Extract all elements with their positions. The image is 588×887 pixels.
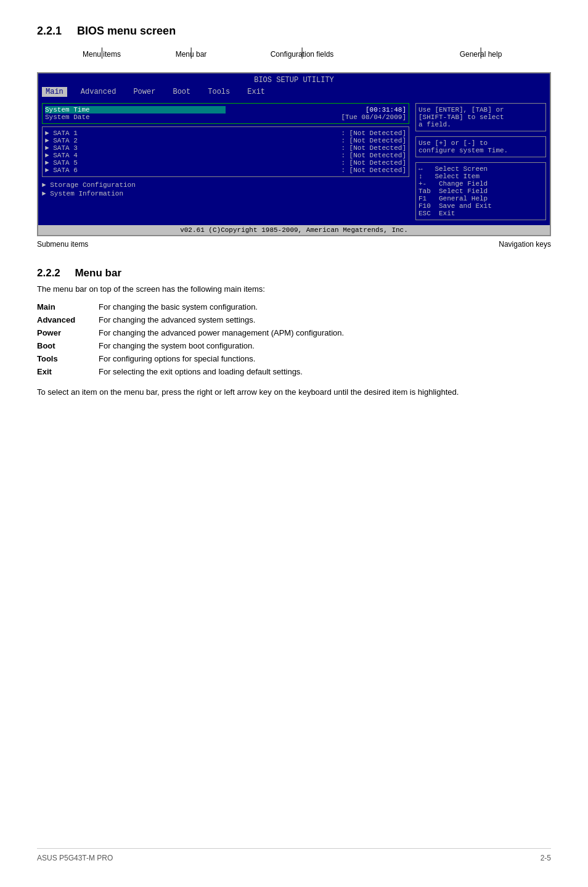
menu-row-main: Main For changing the basic system confi… [37, 302, 551, 311]
bottom-note: To select an item on the menu bar, press… [37, 386, 551, 398]
sata6-row: ► SATA 6: [Not Detected] [45, 167, 406, 174]
bios-nav-keys: ↔ Select Screen ↕ Select Item +- Change … [415, 162, 546, 220]
menu-val-power: For changing the advanced power manageme… [99, 328, 551, 337]
bios-screen: BIOS SETUP UTILITY Main Advanced Power B… [37, 72, 551, 236]
menu-val-exit: For selecting the exit options and loadi… [99, 367, 551, 376]
nav-select-item: ↕ Select Item [419, 173, 543, 180]
sata2-row: ► SATA 2: [Not Detected] [45, 137, 406, 144]
label-menu-items: Menu items [83, 50, 121, 59]
sata5-row: ► SATA 5: [Not Detected] [45, 159, 406, 167]
bios-menu-advanced[interactable]: Advanced [77, 87, 120, 97]
bios-menu-exit[interactable]: Exit [243, 87, 269, 97]
bios-menu-main[interactable]: Main [42, 87, 67, 97]
menu-row-exit: Exit For selecting the exit options and … [37, 367, 551, 376]
footer-left: ASUS P5G43T-M PRO [37, 854, 113, 862]
label-config-fields: Configuration fields [271, 50, 334, 59]
bios-menu-power[interactable]: Power [129, 87, 159, 97]
menu-row-boot: Boot For changing the system boot config… [37, 341, 551, 350]
bios-sata-section: ► SATA 1: [Not Detected] ► SATA 2: [Not … [42, 126, 409, 177]
help-text2: Use [+] or [-] to configure system Time. [415, 136, 546, 157]
bios-footer: v02.61 (C)Copyright 1985-2009, American … [38, 225, 550, 235]
bios-menu-boot[interactable]: Boot [169, 87, 194, 97]
menu-key-tools: Tools [37, 354, 99, 363]
menu-items-table: Main For changing the basic system confi… [37, 302, 551, 376]
annotation-labels-bottom: Submenu items Navigation keys [37, 240, 551, 249]
system-time-value: [00:31:48] [365, 106, 406, 113]
menu-val-main: For changing the basic system configurat… [99, 302, 551, 311]
section-2-2-2: 2.2.2 Menu bar The menu bar on top of th… [37, 267, 551, 398]
section2-desc: The menu bar on top of the screen has th… [37, 284, 551, 294]
menu-val-boot: For changing the system boot configurati… [99, 341, 551, 350]
menu-key-exit: Exit [37, 367, 99, 376]
menu-key-main: Main [37, 302, 99, 311]
system-time-row: System Time [00:31:48] [45, 106, 406, 113]
section2-title: 2.2.2 Menu bar [37, 267, 551, 279]
label-menu-bar: Menu bar [176, 50, 207, 59]
sata1-row: ► SATA 1: [Not Detected] [45, 130, 406, 137]
menu-row-tools: Tools For configuring options for specia… [37, 354, 551, 363]
label-submenu-items: Submenu items [37, 240, 88, 249]
sata4-row: ► SATA 4: [Not Detected] [45, 152, 406, 159]
storage-config-item[interactable]: ► Storage Configuration [42, 181, 409, 189]
nav-f10: F10 Save and Exit [419, 202, 543, 210]
bios-body: System Time [00:31:48] System Date [Tue … [38, 98, 550, 225]
section-2-2-1: 2.2.1 BIOS menu screen Menu items Menu b… [37, 25, 551, 249]
bios-right-panel: Use [ENTER], [TAB] or [SHIFT-TAB] to sel… [413, 101, 549, 223]
sata3-row: ► SATA 3: [Not Detected] [45, 144, 406, 152]
system-info-item[interactable]: ► System Information [42, 189, 409, 198]
nav-f1: F1 General Help [419, 195, 543, 202]
system-date-label: System Date [45, 113, 90, 121]
menu-key-power: Power [37, 328, 99, 337]
nav-change-field: +- Change Field [419, 180, 543, 188]
nav-esc: ESC Exit [419, 210, 543, 217]
menu-row-advanced: Advanced For changing the advanced syste… [37, 315, 551, 324]
system-date-value: [Tue 08/04/2009] [337, 113, 406, 121]
label-nav-keys: Navigation keys [499, 240, 551, 249]
bios-title: BIOS SETUP UTILITY [38, 73, 550, 86]
system-time-label: System Time [45, 106, 226, 113]
label-general-help: General help [460, 50, 502, 59]
help-text1: Use [ENTER], [TAB] or [SHIFT-TAB] to sel… [415, 103, 546, 131]
menu-key-advanced: Advanced [37, 315, 99, 324]
nav-tab: Tab Select Field [419, 188, 543, 195]
bios-datetime-section: System Time [00:31:48] System Date [Tue … [42, 103, 409, 124]
bios-menubar[interactable]: Main Advanced Power Boot Tools Exit [38, 86, 550, 98]
page-footer: ASUS P5G43T-M PRO 2-5 [37, 848, 551, 862]
bios-submenu-section: ► Storage Configuration ► System Informa… [42, 179, 409, 199]
footer-right: 2-5 [541, 854, 551, 862]
bios-menu-tools[interactable]: Tools [204, 87, 234, 97]
annotation-labels-top: Menu items Menu bar Configuration fields… [37, 50, 551, 72]
bios-left-panel: System Time [00:31:48] System Date [Tue … [39, 101, 412, 223]
menu-val-advanced: For changing the advanced system setting… [99, 315, 551, 324]
menu-key-boot: Boot [37, 341, 99, 350]
menu-val-tools: For configuring options for special func… [99, 354, 551, 363]
menu-row-power: Power For changing the advanced power ma… [37, 328, 551, 337]
section-title: 2.2.1 BIOS menu screen [37, 25, 551, 38]
nav-select-screen: ↔ Select Screen [419, 165, 543, 173]
system-date-row: System Date [Tue 08/04/2009] [45, 113, 406, 121]
